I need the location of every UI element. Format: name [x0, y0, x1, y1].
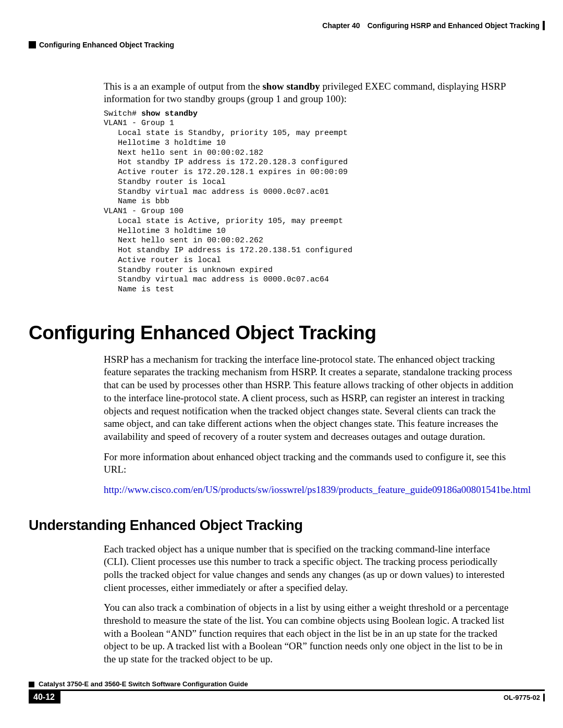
- reference-link[interactable]: http://www.cisco.com/en/US/products/sw/i…: [104, 484, 531, 495]
- code-output: VLAN1 - Group 1 Local state is Standby, …: [104, 119, 352, 294]
- paragraph-1: HSRP has a mechanism for tracking the in…: [104, 353, 516, 443]
- page-number: 40-12: [29, 691, 60, 704]
- link-paragraph: http://www.cisco.com/en/US/products/sw/i…: [104, 484, 516, 497]
- code-command: show standby: [141, 109, 198, 118]
- chapter-title: Configuring HSRP and Enhanced Object Tra…: [368, 21, 540, 30]
- footer: Catalyst 3750-E and 3560-E Switch Softwa…: [29, 680, 545, 704]
- header-row: Chapter 40 Configuring HSRP and Enhanced…: [29, 21, 545, 30]
- footer-bar-icon: [543, 694, 545, 701]
- intro-command-bold: show standby: [262, 81, 320, 92]
- paragraph-3: Each tracked object has a unique number …: [104, 543, 516, 595]
- header-bar-icon: [543, 21, 545, 30]
- paragraph-4: You can also track a combination of obje…: [104, 601, 516, 665]
- chapter-label: Chapter 40: [322, 21, 360, 30]
- square-icon: [29, 41, 36, 48]
- running-header-right: Chapter 40 Configuring HSRP and Enhanced…: [322, 21, 545, 30]
- intro-paragraph: This is a an example of output from the …: [104, 80, 516, 105]
- heading-2: Understanding Enhanced Object Tracking: [29, 517, 545, 534]
- footer-guide-title: Catalyst 3750-E and 3560-E Switch Softwa…: [39, 680, 248, 688]
- running-header-left: Configuring Enhanced Object Tracking: [29, 41, 545, 49]
- footer-title-row: Catalyst 3750-E and 3560-E Switch Softwa…: [29, 680, 545, 688]
- code-block: Switch# show standby VLAN1 - Group 1 Loc…: [104, 109, 516, 295]
- footer-bottom-row: 40-12 OL-9775-02: [29, 691, 545, 704]
- heading-1: Configuring Enhanced Object Tracking: [29, 322, 545, 344]
- section-title: Configuring Enhanced Object Tracking: [39, 41, 174, 49]
- document-id: OL-9775-02: [504, 694, 545, 701]
- footer-square-icon: [29, 682, 34, 687]
- doc-id-text: OL-9775-02: [504, 694, 540, 701]
- paragraph-2: For more information about enhanced obje…: [104, 451, 516, 476]
- code-prompt: Switch#: [104, 109, 141, 118]
- page: Chapter 40 Configuring HSRP and Enhanced…: [0, 0, 563, 728]
- intro-text-pre: This is a an example of output from the: [104, 81, 262, 92]
